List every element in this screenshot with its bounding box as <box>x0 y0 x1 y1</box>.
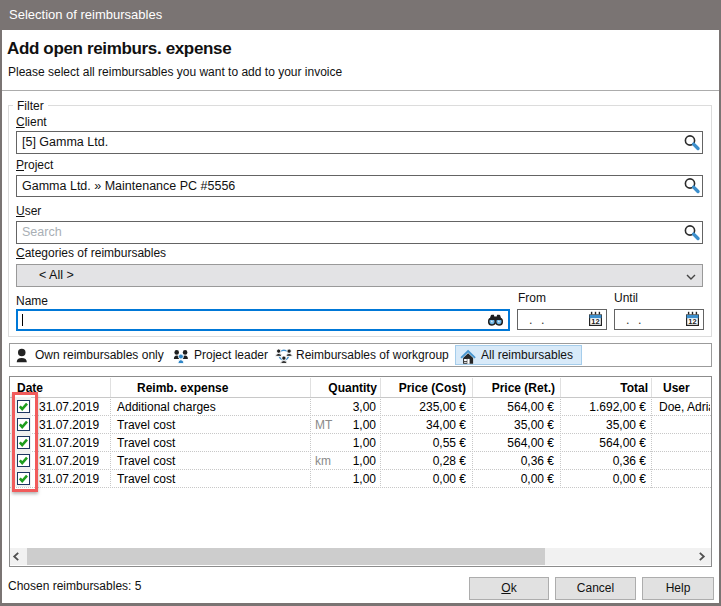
svg-text:12: 12 <box>688 317 696 326</box>
svg-text:12: 12 <box>591 317 599 326</box>
